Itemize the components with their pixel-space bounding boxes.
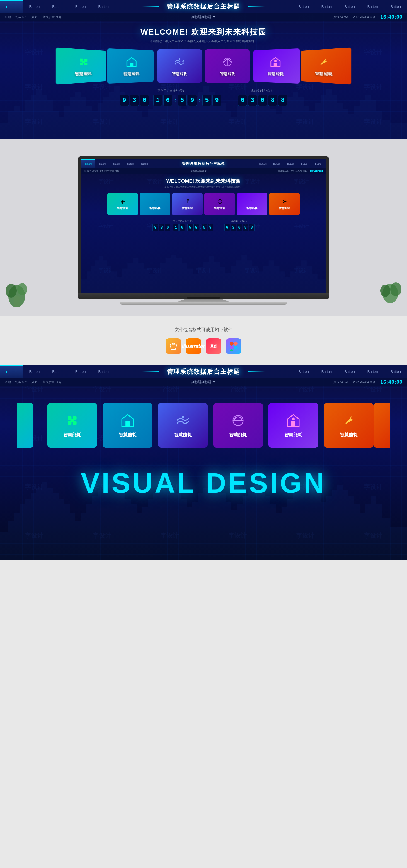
bottom-card-edge-left (17, 403, 33, 447)
bottom-card-1[interactable]: 智慧能耗 (103, 403, 152, 447)
bottom-status-right: 风速 5km/h 2021-02-04 周四 16:40:00 (333, 379, 403, 385)
card-0[interactable]: 智慧能耗 (56, 47, 107, 85)
sketch-icon (166, 338, 181, 354)
bottom-card-3-icon (230, 413, 246, 428)
laptop-welcome: WELCOME! 欢迎来到未来科技园 最新消息：输入文本输入文本输入文本输入文本… (81, 174, 326, 191)
bottom-status-temp: 气温 18℃ (15, 380, 28, 384)
card-4-label: 智慧能耗 (267, 71, 284, 77)
laptop-nav-tab-4: Batton (137, 159, 151, 168)
bottom-nav-tab-0[interactable]: Batton (0, 365, 23, 378)
svg-point-27 (234, 346, 237, 349)
laptop-screen-inner: 字设计 字设计 字设计 字设计 字设计 字设计 字设计 字设计 字设计 字设计 … (81, 159, 326, 293)
bottom-status-wind-speed: 风速 5km/h (333, 380, 349, 384)
laptop-cards: ◈ 智慧能耗 ⌂ 智慧能耗 ⑀ 智慧能耗 ⬡ 智慧能耗 (81, 191, 326, 217)
digit-h1: 1 (153, 95, 162, 106)
card-3-icon (221, 55, 234, 69)
figma-icon (226, 338, 241, 354)
laptop-welcome-sub: 最新消息：输入文本输入文本输入文本输入文本输入文可登录小程序填写资料。 (81, 185, 326, 188)
nav-tab-6[interactable]: Batton (315, 0, 338, 13)
nav-tab-3[interactable]: Batton (69, 0, 92, 13)
bottom-weather-text: 晴 (8, 380, 11, 384)
ldig-s5: 5 (202, 224, 207, 231)
laptop-platform-label: 平台已安全运行(天) (173, 220, 192, 223)
online-d8a: 8 (268, 95, 277, 106)
software-icons: Illustrator Xd (166, 338, 241, 354)
svg-point-20 (390, 282, 401, 296)
laptop-mockup: 字设计 字设计 字设计 字设计 字设计 字设计 字设计 字设计 字设计 字设计 … (78, 156, 329, 305)
laptop-online-digits: 6 3 0 8 8 (225, 224, 255, 231)
laptop-nav-tab-3: Batton (123, 159, 137, 168)
nav-tab-2[interactable]: Batton (46, 0, 69, 13)
nav-tab-5[interactable]: Batton (292, 0, 315, 13)
status-wind: 风力1 (31, 15, 39, 19)
card-4[interactable]: 智慧能耗 (253, 49, 300, 84)
laptop-foot (120, 303, 287, 305)
status-right: 风速 5km/h 2021-02-04 周四 16:40:00 (333, 14, 403, 20)
nav-tab-1[interactable]: Batton (23, 0, 46, 13)
lonl-8b: 8 (249, 224, 255, 231)
bottom-nav-tab-6[interactable]: Batton (315, 365, 338, 378)
ldig-m9: 9 (194, 224, 199, 231)
section-bottom-dashboard: 字设计 字设计 字设计 字设计 字设计 字设计 字设计 字设计 字设计 字设计 … (0, 365, 407, 560)
laptop-nav-tab-7: Batton (284, 159, 298, 168)
bottom-status-time: 16:40:00 (380, 379, 403, 385)
bottom-nav-tab-8[interactable]: Batton (361, 365, 384, 378)
svg-point-17 (6, 284, 17, 298)
bottom-card-2[interactable]: 智慧能耗 (158, 403, 208, 447)
card-2[interactable]: 智慧能耗 (157, 49, 202, 83)
card-5[interactable]: 智慧能耗 (300, 47, 351, 85)
status-time: 16:40:00 (380, 14, 403, 20)
svg-point-18 (17, 283, 27, 296)
digit-s9: 9 (212, 95, 221, 106)
card-3-label: 智慧能耗 (220, 71, 235, 76)
bottom-nav-tab-2[interactable]: Batton (46, 365, 69, 378)
laptop-base (78, 293, 329, 299)
nav-tab-9[interactable]: Batton (384, 0, 407, 13)
bottom-nav-tab-3[interactable]: Batton (69, 365, 92, 378)
bottom-card-3[interactable]: 智慧能耗 (213, 403, 263, 447)
card-2-label: 智慧能耗 (172, 71, 187, 76)
laptop-platform-digits: 9 3 0 1 6 : 5 9 : 5 9 (152, 224, 213, 231)
svg-rect-6 (130, 63, 133, 67)
laptop-weather: ☀ 晴 气温18℃ 风力1 空气质量 良好 (84, 169, 119, 173)
lonl-3: 3 (231, 224, 236, 231)
laptop-nav-tab-0: Batton (81, 159, 95, 168)
weather-icon: ☀ (4, 15, 7, 19)
bottom-nav-tab-9[interactable]: Batton (384, 365, 407, 378)
laptop-card-3-label: 智慧能耗 (214, 206, 225, 210)
card-3[interactable]: 智慧能耗 (205, 49, 250, 83)
bottom-nav-tab-1[interactable]: Batton (23, 365, 46, 378)
laptop-nav-tab-5: Batton (256, 159, 270, 168)
card-5-label: 智慧能耗 (315, 71, 332, 77)
nav-tab-4[interactable]: Batton (92, 0, 115, 13)
laptop-card-4-icon: ⌂ (250, 198, 254, 205)
bottom-card-4-label: 智慧能耗 (284, 432, 302, 438)
bottom-nav-tab-4[interactable]: Batton (92, 365, 115, 378)
laptop-card-5-icon: ➤ (282, 198, 287, 205)
laptop-online-counter: 当前实时在线(人) 6 3 0 8 8 (225, 220, 255, 231)
bottom-nav-tab-5[interactable]: Batton (292, 365, 315, 378)
laptop-status-bar: ☀ 晴 气温18℃ 风力1 空气质量 良好 副标题副标题 ▼ 风速5km/h 2… (81, 168, 326, 174)
laptop-card-5: ➤ 智慧能耗 (269, 193, 300, 215)
nav-tab-8[interactable]: Batton (361, 0, 384, 13)
bottom-cards-section: 智慧能耗 智慧能耗 智慧能耗 智慧能耗 (17, 397, 390, 453)
card-0-icon (76, 55, 91, 69)
online-d0: 0 (258, 95, 267, 106)
nav-tab-0[interactable]: Batton (0, 0, 23, 13)
nav-tab-7[interactable]: Batton (338, 0, 361, 13)
laptop-card-5-label: 智慧能耗 (279, 206, 290, 210)
bottom-card-0[interactable]: 智慧能耗 (48, 403, 97, 447)
online-d3: 3 (248, 95, 257, 106)
svg-rect-25 (234, 342, 237, 346)
laptop-card-2: ⑀ 智慧能耗 (172, 193, 203, 215)
welcome-section: WELCOME! 欢迎来到未来科技园 最新消息：输入文本输入文本输入文本输入文本… (0, 21, 407, 46)
laptop-nav-tab-9: Batton (312, 159, 326, 168)
ldig-9: 9 (152, 224, 158, 231)
bottom-card-5[interactable]: 智慧能耗 (324, 403, 374, 447)
svg-point-36 (182, 416, 184, 418)
lcolon1: : (185, 225, 187, 230)
bottom-nav-tab-7[interactable]: Batton (338, 365, 361, 378)
lonl-0: 0 (237, 224, 242, 231)
card-1[interactable]: 智慧能耗 (107, 49, 154, 84)
bottom-card-4[interactable]: 智慧能耗 (268, 403, 318, 447)
